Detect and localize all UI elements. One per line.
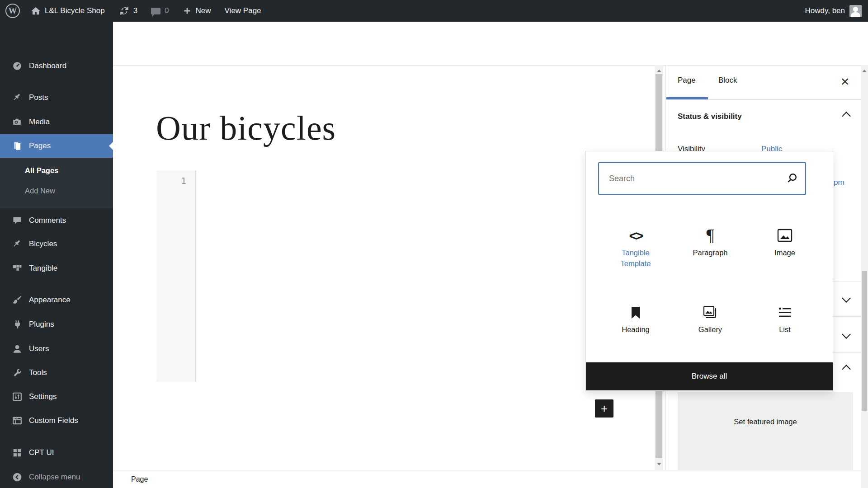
sliders-icon xyxy=(12,392,23,402)
image-icon xyxy=(758,219,812,243)
howdy-label: Howdy, ben xyxy=(805,6,845,15)
collapse-menu-label: Collapse menu xyxy=(29,473,80,482)
comment-count: 0 xyxy=(165,6,169,15)
code-icon: <> xyxy=(609,219,663,243)
sidebar-item-label: CPT UI xyxy=(29,448,54,457)
browse-all-button[interactable]: Browse all xyxy=(586,362,833,390)
block-label: Image xyxy=(758,247,812,258)
sidebar-item-tangible[interactable]: Tangible xyxy=(0,257,113,280)
sidebar-item-tools[interactable]: Tools xyxy=(0,361,113,384)
editor-header xyxy=(113,22,868,66)
sidebar-item-label: Plugins xyxy=(29,320,54,329)
set-featured-image-label: Set featured image xyxy=(734,418,797,426)
view-page-link[interactable]: View Page xyxy=(225,6,261,15)
block-heading[interactable]: Heading xyxy=(609,296,663,335)
search-icon xyxy=(785,171,799,185)
scrollbar-thumb[interactable] xyxy=(862,271,867,411)
sidebar-item-label: Media xyxy=(29,117,50,127)
block-gallery[interactable]: Gallery xyxy=(683,296,737,335)
sidebar-item-comments[interactable]: Comments xyxy=(0,209,113,232)
editor-footer: Page xyxy=(113,470,861,488)
pages-icon xyxy=(12,141,23,151)
featured-panel-toggle[interactable] xyxy=(840,363,852,375)
breadcrumb[interactable]: Page xyxy=(131,475,148,483)
block-inserter-popup: <> Tangible Template ¶ Paragraph Image H… xyxy=(585,151,833,391)
gallery-icon xyxy=(683,296,737,319)
sidebar-item-label: Comments xyxy=(29,216,66,225)
dashboard-icon xyxy=(12,61,23,71)
close-settings-button[interactable]: × xyxy=(836,71,854,91)
tab-page[interactable]: Page xyxy=(678,76,696,85)
submenu-add-new[interactable]: Add New xyxy=(25,187,55,195)
comments-icon xyxy=(12,216,23,225)
view-page-label: View Page xyxy=(225,6,261,15)
sidebar-item-appearance[interactable]: Appearance xyxy=(0,289,113,311)
wordpress-logo-icon: W xyxy=(5,4,20,18)
scroll-up-arrow[interactable] xyxy=(657,67,661,72)
submenu-all-pages[interactable]: All Pages xyxy=(25,166,58,175)
block-label: Gallery xyxy=(683,324,737,335)
chevron-up-icon xyxy=(842,112,851,121)
sidebar-item-plugins[interactable]: Plugins xyxy=(0,313,113,336)
sidebar-item-label: Users xyxy=(29,344,49,353)
paragraph-icon: ¶ xyxy=(683,219,737,243)
sidebar-item-label: Settings xyxy=(29,392,57,401)
sidebar-item-label: Tangible xyxy=(29,264,57,273)
block-label: Heading xyxy=(609,324,663,335)
block-list[interactable]: List xyxy=(758,296,812,335)
comment-bubble-icon xyxy=(151,8,160,14)
tab-block[interactable]: Block xyxy=(718,76,737,85)
sidebar-item-settings[interactable]: Settings xyxy=(0,385,113,408)
sidebar-item-cpt-ui[interactable]: CPT UI xyxy=(0,441,113,464)
collapsed-panel-toggle[interactable] xyxy=(840,328,852,340)
scroll-down-arrow[interactable] xyxy=(657,463,661,468)
block-image[interactable]: Image xyxy=(758,219,812,258)
collapse-arrow-icon xyxy=(12,472,23,482)
admin-menu: Dashboard Posts Media Pages All Pages Ad… xyxy=(0,22,113,488)
sidebar-item-bicycles[interactable]: Bicycles xyxy=(0,233,113,255)
collapse-menu-button[interactable]: Collapse menu xyxy=(0,466,113,488)
bookmark-icon xyxy=(609,296,663,319)
block-appender-button[interactable]: + xyxy=(595,399,613,418)
block-search-input[interactable] xyxy=(599,163,805,194)
sidebar-scrollbar[interactable] xyxy=(861,65,868,488)
active-tab-underline xyxy=(666,97,708,99)
block-tangible-template[interactable]: <> Tangible Template xyxy=(609,219,663,269)
updates-indicator[interactable]: 3 xyxy=(119,6,137,16)
sidebar-item-dashboard[interactable]: Dashboard xyxy=(0,55,113,77)
sidebar-item-pages[interactable]: Pages xyxy=(0,134,113,158)
table-icon xyxy=(12,416,23,426)
block-search-box xyxy=(598,162,806,195)
new-content-menu[interactable]: New xyxy=(183,6,211,15)
block-label: List xyxy=(758,324,812,335)
sidebar-item-label: Bicycles xyxy=(29,239,57,249)
sidebar-item-media[interactable]: Media xyxy=(0,111,113,133)
account-menu[interactable]: Howdy, ben xyxy=(805,5,862,17)
pushpin-icon xyxy=(12,239,23,249)
page-title[interactable]: Our bicycles xyxy=(156,108,336,148)
block-label: Paragraph xyxy=(683,247,737,258)
home-icon xyxy=(31,6,41,16)
sidebar-item-custom-fields[interactable]: Custom Fields xyxy=(0,409,113,432)
line-number: 1 xyxy=(181,176,186,186)
scroll-up-arrow[interactable] xyxy=(862,67,867,72)
block-paragraph[interactable]: ¶ Paragraph xyxy=(683,219,737,258)
comments-indicator[interactable]: 0 xyxy=(151,6,169,15)
status-panel-toggle[interactable] xyxy=(840,110,852,122)
wordpress-editor-screen: W L&L Bicycle Shop 3 0 New xyxy=(0,0,868,488)
blocks-icon xyxy=(12,263,23,273)
sidebar-item-users[interactable]: Users xyxy=(0,338,113,360)
code-editor-gutter: 1 xyxy=(156,170,196,382)
collapsed-panel-toggle[interactable] xyxy=(840,292,852,304)
set-featured-image-button[interactable]: Set featured image xyxy=(678,392,853,470)
close-icon: × xyxy=(841,73,849,90)
plug-icon xyxy=(12,319,23,329)
sidebar-item-posts[interactable]: Posts xyxy=(0,86,113,109)
avatar xyxy=(849,5,862,17)
sidebar-item-label: Tools xyxy=(29,368,47,377)
site-name-link[interactable]: L&L Bicycle Shop xyxy=(31,6,105,16)
wrench-icon xyxy=(12,368,23,378)
browse-all-label: Browse all xyxy=(692,372,727,381)
publish-time-link[interactable]: pm xyxy=(834,178,844,187)
wp-logo-menu[interactable]: W xyxy=(0,4,20,18)
